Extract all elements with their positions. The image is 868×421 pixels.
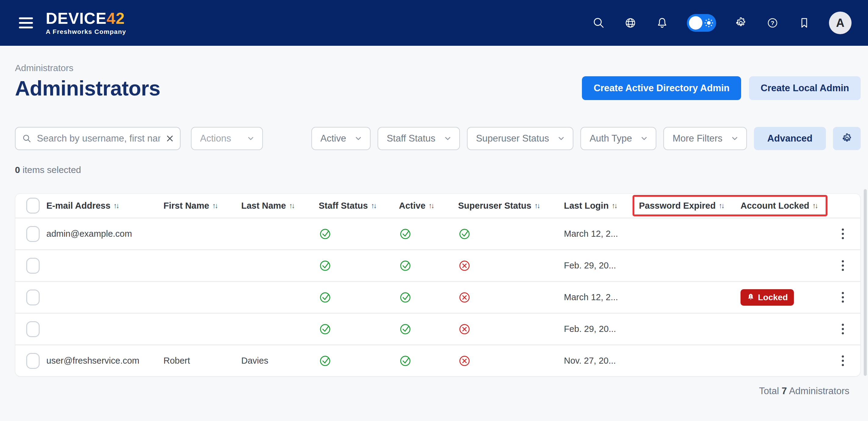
active-cell (399, 259, 458, 272)
row-checkbox[interactable] (26, 321, 40, 337)
selection-label: items selected (23, 165, 81, 175)
column-label: Last Name (241, 201, 286, 211)
row-menu-button[interactable] (839, 321, 847, 337)
user-avatar[interactable]: A (829, 11, 851, 34)
sort-icon[interactable]: ↑↓ (429, 201, 435, 210)
row-checkbox[interactable] (26, 258, 40, 274)
filter-dropdown-auth-type[interactable]: Auth Type (580, 127, 656, 150)
bookmark-icon[interactable] (797, 16, 811, 30)
advanced-filters-button[interactable]: Advanced (754, 127, 826, 150)
filter-label: Active (320, 133, 346, 144)
help-icon[interactable]: ? (766, 16, 780, 30)
superuser-status-cell (458, 291, 564, 304)
filter-label: Staff Status (387, 133, 436, 144)
table-row: Feb. 29, 20... (15, 313, 860, 344)
status-yes-icon (319, 355, 332, 367)
filter-dropdown-active[interactable]: Active (311, 127, 371, 150)
staff-status-cell (319, 228, 399, 240)
brand-accent: 42 (107, 9, 125, 27)
total-count: 7 (782, 386, 787, 396)
column-label: E-mail Address (46, 201, 111, 211)
scrollbar-thumb[interactable] (864, 189, 867, 376)
administrators-table: E-mail Address↑↓First Name↑↓Last Name↑↓S… (15, 193, 861, 377)
email-cell: user@freshservice.com (46, 356, 163, 366)
actions-dropdown[interactable]: Actions (191, 127, 263, 150)
superuser-status-cell (458, 355, 564, 367)
selection-status: 0 items selected (15, 165, 861, 175)
breadcrumb[interactable]: Administrators (15, 63, 861, 73)
status-yes-icon (319, 323, 332, 336)
locked-status-badge: Locked (741, 289, 794, 306)
last-login-cell: Feb. 29, 20... (564, 324, 639, 334)
notifications-bell-icon[interactable] (655, 16, 669, 30)
column-header-first-name: First Name↑↓ (163, 201, 241, 211)
select-all-checkbox[interactable] (26, 198, 40, 214)
column-label: First Name (163, 201, 209, 211)
sort-icon[interactable]: ↑↓ (612, 201, 618, 210)
avatar-letter: A (836, 17, 844, 30)
column-label: Password Expired (639, 201, 715, 211)
theme-toggle[interactable] (687, 14, 716, 32)
staff-status-cell (319, 355, 399, 367)
last-login-cell: March 12, 2... (564, 292, 639, 302)
menu-button[interactable] (17, 16, 35, 30)
table-row: Feb. 29, 20... (15, 249, 860, 281)
settings-gear-icon[interactable] (734, 16, 748, 30)
filter-label: More Filters (673, 133, 722, 144)
globe-icon[interactable] (623, 16, 638, 30)
clear-search-icon[interactable] (165, 134, 175, 143)
chevron-down-icon (557, 134, 565, 143)
column-header-superuser-status: Superuser Status↑↓ (458, 201, 564, 211)
sort-icon[interactable]: ↑↓ (212, 201, 218, 210)
row-menu-button[interactable] (839, 289, 847, 306)
row-checkbox[interactable] (26, 226, 40, 242)
active-cell (399, 355, 458, 367)
sort-icon[interactable]: ↑↓ (534, 201, 540, 210)
chevron-down-icon (443, 134, 452, 143)
filter-label: Superuser Status (476, 133, 549, 144)
superuser-status-cell (458, 259, 564, 272)
column-header-e-mail-address: E-mail Address↑↓ (46, 201, 163, 211)
staff-status-cell (319, 259, 399, 272)
sort-icon[interactable]: ↑↓ (289, 201, 295, 210)
column-label: Superuser Status (458, 201, 531, 211)
chevron-down-icon (731, 134, 739, 143)
status-yes-icon (399, 291, 412, 304)
row-menu-button[interactable] (839, 225, 847, 242)
column-header-last-login: Last Login↑↓ (564, 201, 639, 211)
row-menu-button[interactable] (839, 352, 847, 369)
last-name-cell: Davies (241, 356, 319, 366)
create-local-admin-button[interactable]: Create Local Admin (749, 76, 861, 100)
brand-wordmark: DEVICE42 (46, 10, 125, 26)
table-total: Total 7 Administrators (15, 386, 861, 397)
sort-icon[interactable]: ↑↓ (371, 201, 377, 210)
sort-icon[interactable]: ↑↓ (114, 201, 120, 210)
sort-icon[interactable]: ↑↓ (718, 201, 725, 210)
status-no-icon (458, 323, 471, 336)
locked-badge-label: Locked (758, 293, 788, 302)
row-checkbox[interactable] (26, 290, 40, 305)
status-yes-icon (399, 355, 412, 367)
status-no-icon (458, 259, 471, 272)
active-cell (399, 291, 458, 304)
top-navbar: DEVICE42 A Freshworks Company (0, 0, 868, 46)
last-login-cell: Feb. 29, 20... (564, 261, 639, 271)
row-menu-button[interactable] (839, 257, 847, 274)
status-yes-icon (319, 291, 332, 304)
filter-dropdown-more-filters[interactable]: More Filters (663, 127, 747, 150)
table-settings-gear-button[interactable] (833, 127, 861, 150)
sort-icon[interactable]: ↑↓ (812, 201, 818, 210)
alarm-bell-icon (747, 293, 755, 301)
row-checkbox[interactable] (26, 353, 40, 369)
svg-text:?: ? (771, 20, 774, 26)
active-cell (399, 323, 458, 336)
filter-group: ActiveStaff StatusSuperuser StatusAuth T… (311, 127, 747, 150)
filter-dropdown-staff-status[interactable]: Staff Status (378, 127, 460, 150)
status-yes-icon (399, 323, 412, 336)
filter-dropdown-superuser-status[interactable]: Superuser Status (467, 127, 574, 150)
search-input[interactable] (36, 133, 161, 144)
search-icon[interactable] (592, 16, 606, 30)
brand-logo[interactable]: DEVICE42 A Freshworks Company (46, 10, 126, 35)
create-active-directory-admin-button[interactable]: Create Active Directory Admin (582, 76, 741, 100)
search-input-wrapper (15, 127, 181, 150)
